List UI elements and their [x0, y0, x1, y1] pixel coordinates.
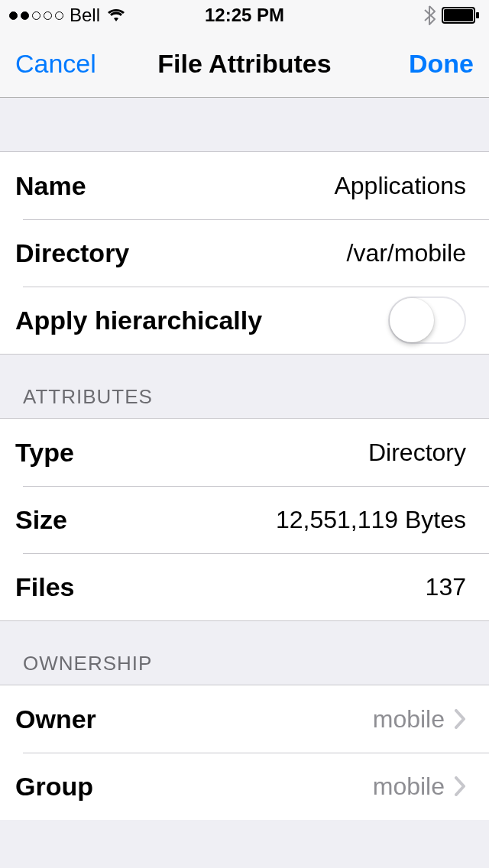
- group-value: mobile: [373, 772, 445, 801]
- size-row: Size 12,551,119 Bytes: [0, 486, 489, 553]
- ownership-group: Owner mobile Group mobile: [0, 685, 489, 820]
- chevron-right-icon: [454, 776, 466, 796]
- apply-hierarchically-label: Apply hierarchically: [15, 306, 262, 335]
- type-row: Type Directory: [0, 419, 489, 486]
- directory-row[interactable]: Directory /var/mobile: [0, 219, 489, 287]
- name-value: Applications: [334, 172, 466, 200]
- group-row[interactable]: Group mobile: [0, 753, 489, 820]
- files-value: 137: [426, 573, 466, 601]
- size-value: 12,551,119 Bytes: [276, 506, 466, 534]
- type-value: Directory: [368, 439, 466, 467]
- ownership-header: OWNERSHIP: [0, 621, 489, 685]
- cancel-button[interactable]: Cancel: [15, 49, 96, 79]
- chevron-right-icon: [454, 709, 466, 729]
- files-label: Files: [15, 572, 74, 602]
- owner-row[interactable]: Owner mobile: [0, 685, 489, 753]
- attributes-group: Type Directory Size 12,551,119 Bytes Fil…: [0, 418, 489, 621]
- status-time: 12:25 PM: [0, 5, 489, 26]
- general-group: Name Applications Directory /var/mobile …: [0, 151, 489, 355]
- group-label: Group: [15, 772, 93, 802]
- apply-hierarchically-toggle[interactable]: [388, 296, 466, 344]
- done-button[interactable]: Done: [409, 49, 474, 79]
- files-row: Files 137: [0, 553, 489, 620]
- attributes-header: ATTRIBUTES: [0, 355, 489, 418]
- nav-bar: Cancel File Attributes Done: [0, 31, 489, 98]
- directory-label: Directory: [15, 238, 129, 268]
- apply-hierarchically-row: Apply hierarchically: [0, 287, 489, 354]
- status-bar: Bell 12:25 PM: [0, 0, 489, 31]
- size-label: Size: [15, 505, 67, 535]
- name-label: Name: [15, 171, 86, 201]
- directory-value: /var/mobile: [347, 239, 467, 267]
- name-row[interactable]: Name Applications: [0, 152, 489, 219]
- type-label: Type: [15, 438, 74, 468]
- owner-value: mobile: [373, 705, 445, 734]
- owner-label: Owner: [15, 704, 96, 734]
